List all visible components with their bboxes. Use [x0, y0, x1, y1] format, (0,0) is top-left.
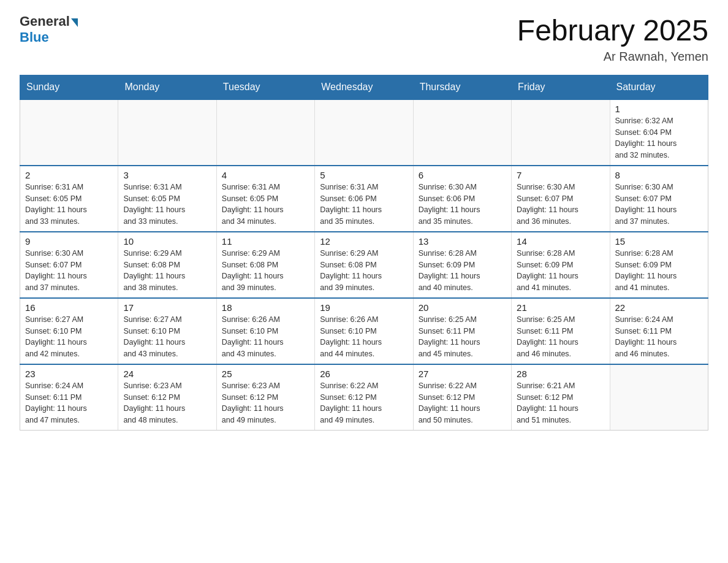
day-of-week-header: Tuesday — [216, 75, 314, 99]
calendar-cell: 18Sunrise: 6:26 AM Sunset: 6:10 PM Dayli… — [216, 298, 314, 364]
calendar-cell — [20, 99, 118, 166]
day-info: Sunrise: 6:30 AM Sunset: 6:07 PM Dayligh… — [25, 248, 113, 294]
day-number: 11 — [222, 236, 309, 247]
day-info: Sunrise: 6:27 AM Sunset: 6:10 PM Dayligh… — [25, 314, 113, 360]
calendar-cell: 4Sunrise: 6:31 AM Sunset: 6:05 PM Daylig… — [216, 166, 314, 232]
day-number: 5 — [320, 170, 408, 180]
calendar-cell: 19Sunrise: 6:26 AM Sunset: 6:10 PM Dayli… — [315, 298, 413, 364]
day-number: 20 — [419, 302, 506, 313]
calendar-cell: 22Sunrise: 6:24 AM Sunset: 6:11 PM Dayli… — [610, 298, 708, 364]
day-info: Sunrise: 6:25 AM Sunset: 6:11 PM Dayligh… — [517, 314, 604, 360]
calendar-cell: 10Sunrise: 6:29 AM Sunset: 6:08 PM Dayli… — [118, 232, 216, 298]
calendar-cell: 2Sunrise: 6:31 AM Sunset: 6:05 PM Daylig… — [20, 166, 118, 232]
logo: General Blue — [20, 15, 78, 45]
day-info: Sunrise: 6:30 AM Sunset: 6:07 PM Dayligh… — [615, 182, 703, 228]
day-info: Sunrise: 6:23 AM Sunset: 6:12 PM Dayligh… — [222, 380, 309, 426]
day-info: Sunrise: 6:21 AM Sunset: 6:12 PM Dayligh… — [517, 380, 604, 426]
day-info: Sunrise: 6:30 AM Sunset: 6:07 PM Dayligh… — [517, 182, 604, 228]
day-of-week-header: Monday — [118, 75, 216, 99]
day-number: 18 — [222, 302, 309, 313]
calendar-cell: 24Sunrise: 6:23 AM Sunset: 6:12 PM Dayli… — [118, 364, 216, 431]
day-info: Sunrise: 6:23 AM Sunset: 6:12 PM Dayligh… — [123, 380, 211, 426]
day-info: Sunrise: 6:25 AM Sunset: 6:11 PM Dayligh… — [419, 314, 506, 360]
calendar-cell — [610, 364, 708, 431]
calendar-cell: 21Sunrise: 6:25 AM Sunset: 6:11 PM Dayli… — [512, 298, 610, 364]
calendar-cell: 23Sunrise: 6:24 AM Sunset: 6:11 PM Dayli… — [20, 364, 118, 431]
day-number: 3 — [123, 170, 211, 180]
calendar-header-row: SundayMondayTuesdayWednesdayThursdayFrid… — [20, 75, 708, 99]
calendar-week-row: 1Sunrise: 6:32 AM Sunset: 6:04 PM Daylig… — [20, 99, 708, 166]
day-number: 6 — [419, 170, 506, 180]
day-number: 24 — [123, 369, 211, 379]
day-info: Sunrise: 6:31 AM Sunset: 6:05 PM Dayligh… — [123, 182, 211, 228]
day-number: 21 — [517, 302, 604, 313]
day-number: 26 — [320, 369, 408, 379]
calendar-cell — [216, 99, 314, 166]
calendar-cell: 3Sunrise: 6:31 AM Sunset: 6:05 PM Daylig… — [118, 166, 216, 232]
day-info: Sunrise: 6:28 AM Sunset: 6:09 PM Dayligh… — [419, 248, 506, 294]
day-number: 17 — [123, 302, 211, 313]
day-number: 7 — [517, 170, 604, 180]
day-number: 28 — [517, 369, 604, 379]
day-info: Sunrise: 6:22 AM Sunset: 6:12 PM Dayligh… — [320, 380, 408, 426]
calendar-cell: 9Sunrise: 6:30 AM Sunset: 6:07 PM Daylig… — [20, 232, 118, 298]
day-number: 4 — [222, 170, 309, 180]
day-number: 12 — [320, 236, 408, 247]
day-number: 8 — [615, 170, 703, 180]
day-info: Sunrise: 6:27 AM Sunset: 6:10 PM Dayligh… — [123, 314, 211, 360]
calendar-cell: 27Sunrise: 6:22 AM Sunset: 6:12 PM Dayli… — [413, 364, 511, 431]
calendar-cell: 8Sunrise: 6:30 AM Sunset: 6:07 PM Daylig… — [610, 166, 708, 232]
day-number: 9 — [25, 236, 113, 247]
calendar-table: SundayMondayTuesdayWednesdayThursdayFrid… — [20, 75, 708, 431]
day-info: Sunrise: 6:28 AM Sunset: 6:09 PM Dayligh… — [517, 248, 604, 294]
day-of-week-header: Saturday — [610, 75, 708, 99]
day-info: Sunrise: 6:32 AM Sunset: 6:04 PM Dayligh… — [615, 115, 703, 161]
day-info: Sunrise: 6:29 AM Sunset: 6:08 PM Dayligh… — [320, 248, 408, 294]
day-info: Sunrise: 6:26 AM Sunset: 6:10 PM Dayligh… — [222, 314, 309, 360]
day-of-week-header: Friday — [512, 75, 610, 99]
calendar-cell: 15Sunrise: 6:28 AM Sunset: 6:09 PM Dayli… — [610, 232, 708, 298]
day-number: 1 — [615, 104, 703, 114]
day-of-week-header: Wednesday — [315, 75, 413, 99]
day-number: 14 — [517, 236, 604, 247]
day-number: 13 — [419, 236, 506, 247]
calendar-week-row: 9Sunrise: 6:30 AM Sunset: 6:07 PM Daylig… — [20, 232, 708, 298]
calendar-cell — [118, 99, 216, 166]
calendar-cell: 11Sunrise: 6:29 AM Sunset: 6:08 PM Dayli… — [216, 232, 314, 298]
day-number: 10 — [123, 236, 211, 247]
location-subtitle: Ar Rawnah, Yemen — [517, 50, 708, 64]
calendar-cell: 28Sunrise: 6:21 AM Sunset: 6:12 PM Dayli… — [512, 364, 610, 431]
day-number: 23 — [25, 369, 113, 379]
day-info: Sunrise: 6:29 AM Sunset: 6:08 PM Dayligh… — [123, 248, 211, 294]
calendar-week-row: 2Sunrise: 6:31 AM Sunset: 6:05 PM Daylig… — [20, 166, 708, 232]
day-number: 15 — [615, 236, 703, 247]
calendar-cell: 5Sunrise: 6:31 AM Sunset: 6:06 PM Daylig… — [315, 166, 413, 232]
title-area: February 2025 Ar Rawnah, Yemen — [517, 15, 708, 64]
day-number: 27 — [419, 369, 506, 379]
day-of-week-header: Thursday — [413, 75, 511, 99]
calendar-cell: 26Sunrise: 6:22 AM Sunset: 6:12 PM Dayli… — [315, 364, 413, 431]
day-info: Sunrise: 6:31 AM Sunset: 6:05 PM Dayligh… — [222, 182, 309, 228]
day-number: 2 — [25, 170, 113, 180]
calendar-cell: 25Sunrise: 6:23 AM Sunset: 6:12 PM Dayli… — [216, 364, 314, 431]
calendar-cell: 13Sunrise: 6:28 AM Sunset: 6:09 PM Dayli… — [413, 232, 511, 298]
day-number: 16 — [25, 302, 113, 313]
calendar-cell — [315, 99, 413, 166]
day-info: Sunrise: 6:28 AM Sunset: 6:09 PM Dayligh… — [615, 248, 703, 294]
day-info: Sunrise: 6:26 AM Sunset: 6:10 PM Dayligh… — [320, 314, 408, 360]
logo-blue-text: Blue — [20, 29, 49, 45]
day-info: Sunrise: 6:31 AM Sunset: 6:05 PM Dayligh… — [25, 182, 113, 228]
day-number: 25 — [222, 369, 309, 379]
day-info: Sunrise: 6:31 AM Sunset: 6:06 PM Dayligh… — [320, 182, 408, 228]
calendar-cell: 7Sunrise: 6:30 AM Sunset: 6:07 PM Daylig… — [512, 166, 610, 232]
calendar-cell — [413, 99, 511, 166]
calendar-cell: 1Sunrise: 6:32 AM Sunset: 6:04 PM Daylig… — [610, 99, 708, 166]
day-info: Sunrise: 6:24 AM Sunset: 6:11 PM Dayligh… — [25, 380, 113, 426]
logo-arrow-icon — [71, 18, 78, 27]
calendar-week-row: 16Sunrise: 6:27 AM Sunset: 6:10 PM Dayli… — [20, 298, 708, 364]
calendar-cell: 16Sunrise: 6:27 AM Sunset: 6:10 PM Dayli… — [20, 298, 118, 364]
day-of-week-header: Sunday — [20, 75, 118, 99]
calendar-cell: 20Sunrise: 6:25 AM Sunset: 6:11 PM Dayli… — [413, 298, 511, 364]
day-info: Sunrise: 6:24 AM Sunset: 6:11 PM Dayligh… — [615, 314, 703, 360]
month-title: February 2025 — [517, 15, 708, 47]
